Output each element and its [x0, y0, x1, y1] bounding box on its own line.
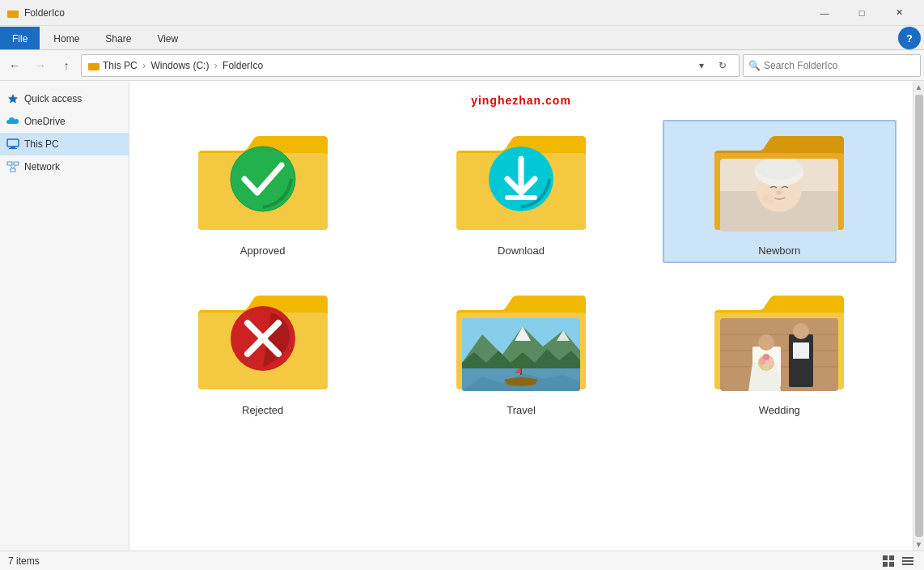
title-bar-icons	[6, 6, 19, 19]
download-circle-icon	[485, 142, 557, 215]
address-bar-actions: ▾ ↻	[692, 56, 732, 75]
folder-download-icon	[452, 126, 590, 240]
svg-rect-61	[902, 560, 913, 562]
close-button[interactable]: ✕	[880, 0, 918, 26]
monitor-icon	[6, 138, 19, 151]
scroll-up-button[interactable]: ▲	[915, 83, 923, 91]
item-count: 7 items	[8, 555, 40, 567]
svg-rect-0	[7, 11, 19, 18]
folder-label-travel: Travel	[507, 404, 536, 416]
sidebar-item-label: OneDrive	[24, 116, 66, 127]
svg-marker-2	[8, 94, 18, 104]
content-area: yinghezhan.com	[129, 81, 913, 551]
svg-rect-45	[789, 334, 813, 387]
sidebar-item-this-pc[interactable]: This PC	[0, 133, 129, 155]
network-icon	[6, 160, 19, 173]
svg-rect-56	[883, 555, 888, 560]
svg-rect-58	[883, 562, 888, 567]
large-icons-view-button[interactable]	[880, 553, 896, 569]
svg-line-9	[10, 165, 13, 168]
svg-rect-59	[889, 562, 894, 567]
svg-point-54	[763, 354, 769, 360]
tab-file[interactable]: File	[0, 27, 40, 49]
folder-approved[interactable]: Approved	[146, 120, 379, 263]
folder-label-approved: Approved	[240, 245, 286, 257]
tab-view[interactable]: View	[145, 27, 190, 49]
folder-wedding-icon	[710, 286, 848, 399]
folder-label-newborn: Newborn	[758, 245, 800, 257]
folder-rejected-icon	[194, 286, 332, 399]
folder-grid: Approved	[146, 113, 896, 429]
star-icon	[6, 92, 19, 105]
forward-button[interactable]: →	[29, 54, 52, 77]
scroll-thumb[interactable]	[915, 95, 923, 537]
maximize-button[interactable]: □	[843, 0, 880, 26]
tab-share[interactable]: Share	[93, 27, 143, 49]
details-view-button[interactable]	[900, 553, 916, 569]
app-small-icon	[6, 6, 19, 19]
svg-rect-62	[902, 564, 913, 565]
svg-rect-4	[11, 147, 15, 148]
refresh-button[interactable]: ↻	[713, 56, 732, 75]
newborn-photo	[720, 159, 838, 232]
sidebar-item-label: Network	[24, 161, 60, 172]
search-box[interactable]: 🔍	[743, 54, 921, 77]
main-layout: Quick access OneDrive This PC	[0, 81, 924, 551]
svg-rect-60	[902, 557, 913, 559]
svg-rect-57	[889, 555, 894, 560]
cloud-icon	[6, 115, 19, 128]
scroll-down-button[interactable]: ▼	[915, 540, 923, 549]
folder-approved-icon	[194, 126, 332, 240]
search-icon: 🔍	[748, 60, 761, 71]
svg-rect-3	[7, 139, 19, 147]
svg-rect-8	[11, 168, 15, 172]
svg-point-55	[763, 364, 769, 370]
toolbar: ← → ↑ This PC › Windows (C:) › FolderIco…	[0, 50, 924, 81]
scrollbar-track[interactable]: ▲ ▼	[913, 81, 924, 551]
wedding-photo	[720, 318, 838, 391]
breadcrumb: This PC › Windows (C:) › FolderIco	[103, 60, 263, 71]
svg-rect-7	[14, 162, 19, 165]
sidebar-item-label: This PC	[24, 138, 59, 150]
sidebar-item-onedrive[interactable]: OneDrive	[0, 110, 129, 133]
title-bar-text: FolderIco	[24, 7, 801, 19]
status-bar: 7 items	[0, 551, 924, 570]
folder-rejected[interactable]: Rejected	[146, 279, 379, 423]
breadcrumb-folder-icon	[88, 60, 100, 71]
tab-home[interactable]: Home	[41, 27, 91, 49]
svg-rect-5	[9, 148, 17, 149]
help-button[interactable]: ?	[898, 27, 921, 49]
svg-rect-6	[7, 162, 12, 165]
folder-wedding[interactable]: Wedding	[663, 279, 896, 423]
svg-rect-26	[720, 159, 838, 232]
folder-label-download: Download	[498, 245, 545, 257]
xmark-circle-icon	[227, 302, 299, 375]
folder-label-rejected: Rejected	[242, 404, 283, 416]
folder-travel[interactable]: Travel	[404, 279, 638, 423]
view-controls	[880, 553, 916, 569]
folder-travel-icon	[452, 286, 590, 399]
sidebar-item-network[interactable]: Network	[0, 155, 129, 178]
title-bar: FolderIco — □ ✕	[0, 0, 924, 26]
up-button[interactable]: ↑	[55, 54, 78, 77]
folder-download[interactable]: Download	[404, 120, 638, 263]
sidebar-item-quick-access[interactable]: Quick access	[0, 87, 129, 110]
svg-rect-47	[793, 342, 809, 359]
search-input[interactable]	[764, 60, 915, 71]
watermark: yinghezhan.com	[146, 94, 896, 107]
travel-photo	[462, 318, 580, 391]
minimize-button[interactable]: —	[806, 0, 843, 26]
back-button[interactable]: ←	[3, 54, 26, 77]
address-bar[interactable]: This PC › Windows (C:) › FolderIco ▾ ↻	[81, 54, 740, 77]
svg-line-10	[13, 165, 16, 168]
folder-newborn[interactable]: Newborn	[663, 120, 896, 263]
folder-newborn-icon	[710, 126, 848, 240]
svg-rect-1	[88, 63, 100, 70]
svg-point-50	[758, 334, 774, 351]
folder-label-wedding: Wedding	[759, 404, 800, 416]
sidebar-item-label: Quick access	[24, 93, 82, 104]
svg-point-46	[793, 323, 809, 339]
address-dropdown-button[interactable]: ▾	[692, 56, 711, 75]
ribbon-tabs: File Home Share View ?	[0, 26, 924, 50]
title-bar-controls: — □ ✕	[806, 0, 918, 26]
